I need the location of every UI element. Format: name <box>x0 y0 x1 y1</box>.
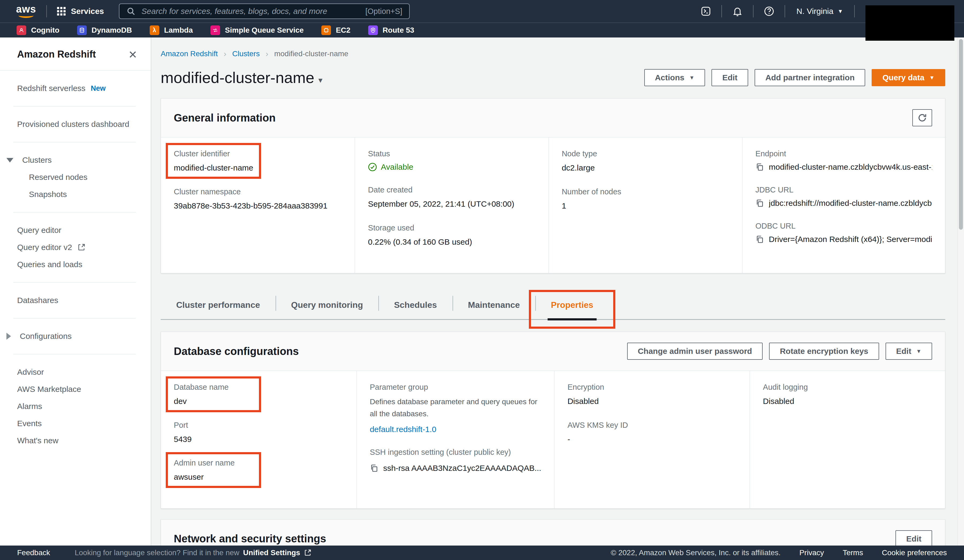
copy-icon[interactable] <box>370 464 378 472</box>
sidebar-item-reserved-nodes[interactable]: Reserved nodes <box>0 169 151 186</box>
terms-link[interactable]: Terms <box>843 549 863 557</box>
favorite-label: Lambda <box>164 26 193 34</box>
dynamodb-icon <box>77 25 87 35</box>
unified-settings-link[interactable]: Unified Settings <box>243 549 300 557</box>
notifications-bell-icon[interactable] <box>732 6 743 16</box>
sidebar-item-datashares[interactable]: Datashares <box>0 292 151 309</box>
aws-console-page: aws Services Search for services, featur… <box>0 0 964 560</box>
chevron-down-icon: ▼ <box>838 8 843 14</box>
sidebar-item-label: Snapshots <box>29 190 67 199</box>
change-admin-password-button[interactable]: Change admin user password <box>627 343 763 360</box>
network-edit-button[interactable]: Edit <box>896 530 932 546</box>
breadcrumb-separator: › <box>223 49 226 59</box>
tab-cluster-performance[interactable]: Cluster performance <box>161 294 275 319</box>
actions-button[interactable]: Actions▼ <box>644 69 705 86</box>
database-configurations-title: Database configurations <box>174 345 299 357</box>
services-menu-button[interactable]: Services <box>57 7 104 16</box>
parameter-group-link[interactable]: default.redshift-1.0 <box>370 425 541 434</box>
aws-logo-text: aws <box>16 5 36 14</box>
field-odbc-url: ODBC URL Driver={Amazon Redshift (x64)};… <box>756 221 932 244</box>
edit-button[interactable]: Edit <box>712 69 748 86</box>
services-label: Services <box>71 7 104 16</box>
favorite-label: Cognito <box>31 26 59 34</box>
sidebar-item-query-editor-v2[interactable]: Query editor v2 <box>0 239 151 256</box>
field-admin-user-name: Admin user name awsuser <box>174 459 344 483</box>
rotate-encryption-keys-button[interactable]: Rotate encryption keys <box>769 343 879 360</box>
cloudshell-icon[interactable] <box>700 6 711 16</box>
breadcrumb-clusters[interactable]: Clusters <box>232 49 260 58</box>
sidebar-item-whats-new[interactable]: What's new <box>0 432 151 449</box>
tab-schedules[interactable]: Schedules <box>378 294 452 319</box>
favorite-lambda[interactable]: λ Lambda <box>150 25 193 35</box>
sidebar-item-queries-and-loads[interactable]: Queries and loads <box>0 256 151 273</box>
aws-smile-icon <box>18 13 34 18</box>
refresh-button[interactable] <box>912 109 932 126</box>
external-link-icon <box>304 549 311 557</box>
breadcrumb-amazon-redshift[interactable]: Amazon Redshift <box>161 49 218 58</box>
favorite-label: Route 53 <box>383 26 414 34</box>
sidebar-item-aws-marketplace[interactable]: AWS Marketplace <box>0 381 151 398</box>
aws-logo[interactable]: aws <box>16 5 36 18</box>
breadcrumb: Amazon Redshift › Clusters › modified-cl… <box>161 49 945 59</box>
redshift-sidebar: Amazon Redshift × Redshift serverless Ne… <box>0 37 151 545</box>
search-icon <box>126 7 135 16</box>
favorite-dynamodb[interactable]: DynamoDB <box>77 25 132 35</box>
feedback-link[interactable]: Feedback <box>17 549 50 557</box>
tab-maintenance[interactable]: Maintenance <box>453 294 536 319</box>
field-cluster-namespace: Cluster namespace 39ab878e-3b53-423b-b59… <box>174 187 342 212</box>
copy-icon[interactable] <box>756 235 764 244</box>
sidebar-item-redshift-serverless[interactable]: Redshift serverless New <box>0 80 151 97</box>
global-search-input[interactable]: Search for services, features, blogs, do… <box>119 3 410 19</box>
external-link-icon <box>77 243 85 251</box>
sidebar-item-snapshots[interactable]: Snapshots <box>0 186 151 203</box>
sidebar-item-query-editor[interactable]: Query editor <box>0 221 151 239</box>
sidebar-item-label: AWS Marketplace <box>17 385 81 394</box>
field-date-created: Date created September 05, 2022, 21:41 (… <box>368 186 535 210</box>
route53-icon <box>368 25 378 35</box>
sidebar-item-events[interactable]: Events <box>0 415 151 432</box>
add-partner-integration-button[interactable]: Add partner integration <box>755 69 865 86</box>
favorite-cognito[interactable]: Cognito <box>16 25 59 35</box>
vertical-scrollbar[interactable] <box>957 37 964 545</box>
favorite-sqs[interactable]: Simple Queue Service <box>210 25 304 35</box>
sidebar-item-advisor[interactable]: Advisor <box>0 363 151 381</box>
redacted-account-info <box>865 5 954 41</box>
sidebar-item-label: Clusters <box>22 156 52 164</box>
sidebar-item-provisioned-clusters-dashboard[interactable]: Provisioned clusters dashboard <box>0 116 151 133</box>
field-number-of-nodes: Number of nodes 1 <box>562 187 729 212</box>
copy-icon[interactable] <box>756 199 764 207</box>
sidebar-item-label: Advisor <box>17 368 44 377</box>
page-actions: Actions▼ Edit Add partner integration Qu… <box>644 69 945 86</box>
favorite-route53[interactable]: Route 53 <box>368 25 414 35</box>
copy-icon[interactable] <box>756 163 764 171</box>
search-placeholder: Search for services, features, blogs, do… <box>142 7 359 16</box>
cluster-detail-tabs: Cluster performance Query monitoring Sch… <box>161 294 945 320</box>
sqs-icon <box>210 25 220 35</box>
field-ssh-ingestion: SSH ingestion setting (cluster public ke… <box>370 448 541 473</box>
query-data-button[interactable]: Query data▼ <box>871 69 945 86</box>
field-encryption: Encryption Disabled <box>567 383 737 407</box>
sidebar-item-clusters[interactable]: Clusters <box>0 151 151 169</box>
general-information-title: General information <box>174 112 275 124</box>
tab-properties[interactable]: Properties <box>535 294 609 319</box>
title-dropdown-icon[interactable]: ▼ <box>317 77 324 86</box>
sidebar-item-configurations[interactable]: Configurations <box>0 328 151 345</box>
scrollbar-thumb[interactable] <box>959 39 963 230</box>
cookie-preferences-link[interactable]: Cookie preferences <box>882 549 947 557</box>
parameter-group-description: Defines database parameter and query que… <box>370 396 541 420</box>
db-edit-button[interactable]: Edit▼ <box>886 343 932 360</box>
privacy-link[interactable]: Privacy <box>800 549 824 557</box>
sidebar-item-label: Events <box>17 419 42 428</box>
region-selector[interactable]: N. Virginia ▼ <box>796 7 843 16</box>
field-parameter-group: Parameter group Defines database paramet… <box>370 383 541 434</box>
nav-divider <box>721 5 722 17</box>
close-icon[interactable]: × <box>129 49 137 59</box>
tab-query-monitoring[interactable]: Query monitoring <box>275 294 378 319</box>
help-icon[interactable] <box>764 6 774 16</box>
top-navigation-bar: aws Services Search for services, featur… <box>0 0 964 23</box>
sidebar-item-alarms[interactable]: Alarms <box>0 398 151 415</box>
breadcrumb-current: modified-cluster-name <box>274 49 348 58</box>
field-storage-used: Storage used 0.22% (0.34 of 160 GB used) <box>368 223 535 247</box>
favorite-ec2[interactable]: EC2 <box>321 25 350 35</box>
general-information-panel: General information Cluster identifier m… <box>161 98 945 273</box>
